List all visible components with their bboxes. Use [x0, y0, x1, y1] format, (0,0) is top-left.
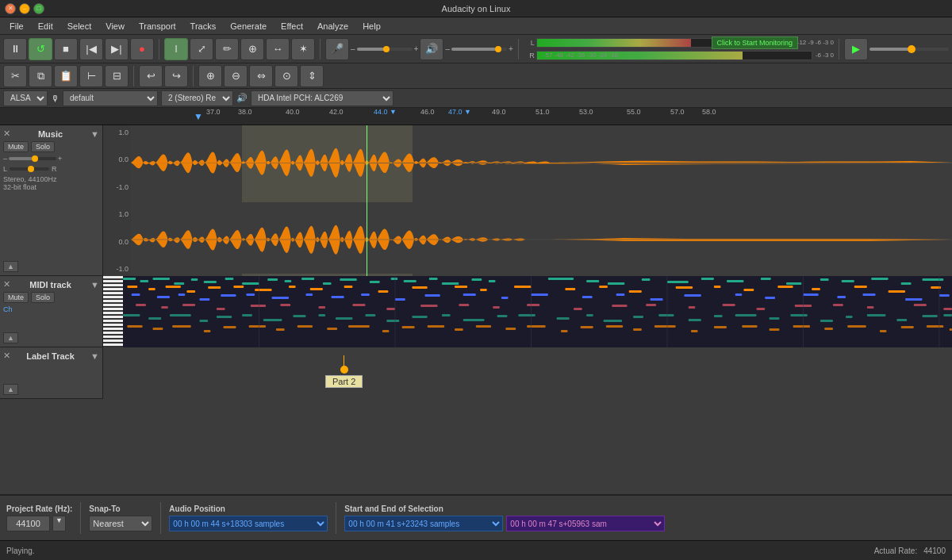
svg-rect-170 [714, 326, 727, 328]
svg-rect-50 [455, 286, 467, 288]
fit-vertical-button[interactable]: ⇕ [300, 65, 324, 87]
menu-file[interactable]: File [3, 20, 30, 33]
loop-button[interactable]: ↺ [29, 38, 52, 60]
svg-rect-10 [225, 278, 234, 280]
input-gain-slider[interactable]: – + [351, 44, 418, 53]
tick-42: 42.0 [329, 108, 344, 116]
menu-edit[interactable]: Edit [32, 20, 60, 33]
audio-track-header: ✕ Music ▼ Mute Solo – + [0, 125, 103, 275]
stop-button[interactable]: ■ [54, 38, 78, 60]
menu-transport[interactable]: Transport [132, 20, 182, 33]
midi-track-menu[interactable]: ▼ [90, 280, 99, 290]
label-track-content[interactable]: Part 2 [103, 347, 952, 399]
menu-view[interactable]: View [99, 20, 131, 33]
svg-rect-76 [463, 293, 476, 296]
svg-rect-13 [285, 280, 292, 282]
midi-collapse-btn[interactable]: ▲ [3, 332, 18, 343]
gain-slider[interactable] [9, 157, 56, 160]
midi-channel-label[interactable]: Ch [3, 305, 99, 313]
multi-tool[interactable]: ✶ [291, 38, 315, 60]
label-text-part2[interactable]: Part 2 [325, 375, 363, 388]
window-controls: ✕ – □ [5, 3, 44, 14]
snap-select[interactable]: Nearest [89, 516, 152, 531]
maximize-btn[interactable]: □ [33, 3, 44, 14]
output-vol-slider[interactable]: – + [445, 44, 512, 53]
menu-help[interactable]: Help [356, 20, 387, 33]
playback-speed-slider[interactable] [869, 48, 949, 51]
fit-project-button[interactable]: ⇔ [249, 65, 273, 87]
envelope-tool[interactable]: ⤢ [190, 38, 213, 60]
menu-effect[interactable]: Effect [274, 20, 309, 33]
audio-track-content[interactable]: 1.0 0.0 -1.0 1.0 0.0 -1.0 [103, 125, 952, 276]
audio-solo-btn[interactable]: Solo [31, 141, 55, 152]
minimize-btn[interactable]: – [19, 3, 30, 14]
zoom-out-button[interactable]: ⊖ [224, 65, 248, 87]
audio-collapse-btn[interactable]: ▲ [3, 261, 18, 272]
svg-rect-161 [476, 325, 491, 328]
cursor-tool[interactable]: I [164, 38, 188, 60]
undo-button[interactable]: ↩ [139, 65, 163, 87]
silence-button[interactable]: ⊟ [105, 65, 129, 87]
tick-55: 55.0 [627, 108, 641, 116]
input-select[interactable]: default [63, 90, 158, 106]
next-button[interactable]: ▶| [105, 38, 129, 60]
zoom-tool[interactable]: ⊕ [240, 38, 264, 60]
audio-pos-select[interactable]: 00 h 00 m 44 s+18303 samples [169, 516, 328, 531]
midi-solo-btn[interactable]: Solo [31, 292, 55, 303]
plus-label2: + [509, 44, 513, 53]
midi-track-close[interactable]: ✕ [3, 279, 10, 290]
svg-rect-58 [743, 289, 754, 291]
label-track-menu[interactable]: ▼ [90, 351, 99, 361]
audio-track-menu[interactable]: ▼ [90, 129, 99, 139]
trim-button[interactable]: ⊢ [79, 65, 103, 87]
svg-rect-144 [896, 319, 907, 321]
menu-generate[interactable]: Generate [224, 20, 273, 33]
output-select[interactable]: HDA Intel PCH: ALC269 [251, 90, 393, 106]
svg-rect-138 [735, 314, 757, 316]
project-rate-input[interactable] [6, 516, 50, 531]
menu-tracks[interactable]: Tracks [184, 20, 223, 33]
menu-analyze[interactable]: Analyze [311, 20, 355, 33]
prev-button[interactable]: |◀ [79, 38, 103, 60]
timeshift-tool[interactable]: ↔ [266, 38, 290, 60]
ruler-arrow-down[interactable]: ▼ [194, 111, 203, 122]
svg-rect-14 [301, 278, 314, 280]
pause-button[interactable]: ⏸ [3, 38, 27, 60]
svg-rect-171 [742, 325, 757, 328]
audio-track-close[interactable]: ✕ [3, 128, 10, 139]
menu-select[interactable]: Select [61, 20, 98, 33]
midi-mute-btn[interactable]: Mute [3, 292, 29, 303]
svg-rect-145 [922, 315, 937, 317]
rate-arrow-btn[interactable]: ▼ [52, 516, 66, 531]
svg-rect-39 [148, 288, 155, 290]
play-button[interactable]: ▶ [844, 38, 868, 60]
sel-start-select[interactable]: 00 h 00 m 41 s+23243 samples [344, 516, 503, 531]
label-collapse-btn[interactable]: ▲ [3, 384, 18, 395]
record-button[interactable]: ● [130, 38, 154, 60]
paste-button[interactable]: 📋 [54, 65, 78, 87]
vu-scale-top: -12 -9 -6 -3 0 [797, 39, 834, 46]
svg-rect-86 [837, 296, 846, 298]
midi-track-content[interactable] [103, 276, 952, 347]
svg-rect-21 [442, 282, 459, 285]
sel-end-select[interactable]: 00 h 00 m 47 s+05963 sam [506, 516, 665, 531]
zoom-in-button[interactable]: ⊕ [198, 65, 222, 87]
draw-tool[interactable]: ✏ [215, 38, 239, 60]
cut-button[interactable]: ✂ [3, 65, 27, 87]
svg-rect-156 [348, 325, 370, 328]
vu-monitor-btn[interactable]: Click to Start Monitoring [712, 36, 799, 49]
svg-rect-118 [217, 316, 232, 318]
svg-rect-48 [378, 290, 389, 293]
audio-mute-btn[interactable]: Mute [3, 141, 29, 152]
label-marker-part2[interactable]: Part 2 [325, 355, 363, 388]
redo-button[interactable]: ↪ [164, 65, 188, 87]
pan-slider[interactable] [10, 167, 49, 171]
svg-rect-7 [174, 282, 184, 285]
project-rate-label: Project Rate (Hz): [6, 504, 72, 513]
zoom-normal-button[interactable]: ⊙ [274, 65, 298, 87]
close-btn[interactable]: ✕ [5, 3, 16, 14]
copy-button[interactable]: ⧉ [29, 65, 52, 87]
label-track-close[interactable]: ✕ [3, 351, 10, 361]
api-select[interactable]: ALSA [3, 90, 48, 106]
channels-select[interactable]: 2 (Stereo) Re [161, 90, 233, 106]
